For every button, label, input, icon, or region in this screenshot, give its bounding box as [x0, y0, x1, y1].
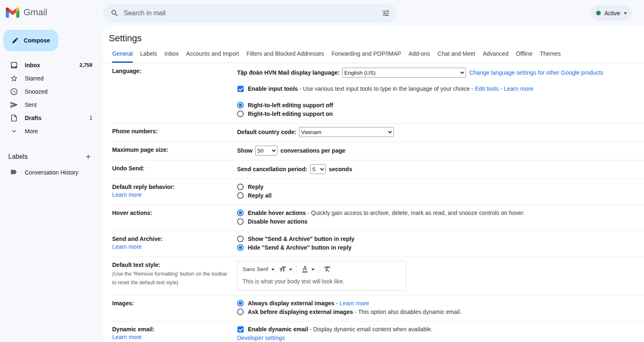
- reply-behavior-learn-more-link[interactable]: Learn more: [112, 191, 142, 198]
- tab-advanced[interactable]: Advanced: [483, 48, 508, 63]
- tab-offline[interactable]: Offline: [516, 48, 532, 63]
- row-undo-send: Undo Send: Send cancellation period: 5 s…: [112, 160, 644, 179]
- dash-separator: -: [499, 85, 504, 92]
- tab-general[interactable]: General: [112, 48, 133, 63]
- country-code-label: Default country code:: [237, 128, 296, 137]
- change-language-link[interactable]: Change language settings for other Googl…: [469, 68, 603, 77]
- text-color-dropdown[interactable]: [301, 265, 315, 273]
- dynamic-email-label: Dynamic email:: [112, 325, 232, 334]
- tab-forwarding-and-pop-imap[interactable]: Forwarding and POP/IMAP: [331, 48, 401, 63]
- tab-accounts-and-import[interactable]: Accounts and Import: [186, 48, 239, 63]
- search-icon[interactable]: [106, 5, 123, 21]
- sidebar-item-label: Inbox: [25, 62, 40, 68]
- settings-panel: Settings General Labels Inbox Accounts a…: [103, 26, 644, 342]
- show-send-archive-label: Show "Send & Archive" button in reply: [248, 235, 355, 243]
- reply-radio[interactable]: [237, 184, 244, 190]
- conversations-per-page-label: conversations per page: [280, 146, 345, 155]
- country-code-select[interactable]: Vietnam: [299, 127, 394, 137]
- search-input[interactable]: [123, 9, 378, 17]
- sidebar-item-inbox[interactable]: Inbox 2,759: [0, 59, 103, 72]
- text-size-icon: [279, 265, 287, 273]
- sidebar-label-conversation-history[interactable]: Conversation History: [0, 166, 103, 179]
- dynamic-email-learn-more-link[interactable]: Learn more: [112, 334, 142, 340]
- remove-formatting-button[interactable]: [323, 265, 331, 273]
- reply-option-label: Reply: [248, 183, 263, 191]
- tab-themes[interactable]: Themes: [540, 48, 561, 63]
- remove-formatting-icon: [323, 265, 331, 273]
- label-tag-icon: [10, 168, 18, 177]
- font-family-value: Sans Serif: [242, 266, 268, 272]
- max-page-size-label: Maximum page size:: [112, 146, 232, 154]
- body-text-preview: This is what your body text will look li…: [242, 278, 401, 285]
- images-learn-more-link[interactable]: Learn more: [340, 300, 369, 307]
- enable-hover-actions-radio[interactable]: [237, 210, 244, 216]
- enable-input-tools-checkbox[interactable]: [237, 86, 244, 92]
- sidebar-item-label: Starred: [25, 75, 44, 82]
- row-phone-numbers: Phone numbers: Default country code: Vie…: [112, 123, 644, 142]
- status-label: Active: [604, 10, 620, 17]
- disable-hover-actions-radio[interactable]: [237, 218, 244, 225]
- compose-label: Compose: [24, 37, 50, 44]
- chevron-down-icon: [624, 12, 627, 14]
- disable-hover-actions-label: Disable hover actions: [248, 217, 308, 226]
- sidebar-item-more[interactable]: More: [0, 125, 103, 138]
- sidebar-item-label: Conversation History: [25, 169, 78, 176]
- ask-before-displaying-images-radio[interactable]: [237, 309, 244, 315]
- tab-labels[interactable]: Labels: [140, 48, 157, 63]
- top-header: Gmail Active: [0, 0, 644, 26]
- font-family-dropdown[interactable]: Sans Serif: [242, 266, 275, 272]
- row-default-text-style: Default text style: (Use the 'Remove for…: [112, 257, 644, 295]
- create-label-plus-icon[interactable]: [83, 152, 93, 162]
- sidebar-item-sent[interactable]: Sent: [0, 98, 103, 111]
- row-dynamic-email: Dynamic email: Learn more Enable dynamic…: [112, 321, 644, 342]
- always-display-images-radio[interactable]: [237, 300, 244, 307]
- language-label: Language:: [112, 67, 232, 75]
- send-and-archive-learn-more-link[interactable]: Learn more: [112, 243, 142, 250]
- input-tools-learn-more-link[interactable]: Learn more: [504, 85, 534, 92]
- rtl-support-off-radio[interactable]: [237, 102, 244, 108]
- labels-section-header: Labels: [0, 150, 103, 163]
- inbox-count: 2,759: [80, 62, 92, 68]
- enable-dynamic-email-checkbox[interactable]: [237, 326, 244, 333]
- undo-send-label: Undo Send:: [112, 164, 232, 173]
- search-options-tune-icon[interactable]: [378, 5, 394, 21]
- default-text-style-note: (Use the 'Remove formatting' button on t…: [112, 270, 232, 287]
- sidebar-item-label: Sent: [25, 101, 37, 108]
- sidebar-item-label: Snoozed: [25, 88, 47, 95]
- ask-images-description: - This option also disables dynamic emai…: [353, 309, 461, 315]
- sidebar-item-drafts[interactable]: Drafts 1: [0, 111, 103, 125]
- send-and-archive-label: Send and Archive:: [112, 235, 232, 243]
- hide-send-archive-radio[interactable]: [237, 244, 244, 251]
- pencil-icon: [12, 37, 19, 44]
- enable-dynamic-email-label: Enable dynamic email: [248, 326, 308, 333]
- compose-button[interactable]: Compose: [3, 30, 58, 51]
- sidebar: Compose Inbox 2,759 Starred Snoozed: [0, 26, 103, 342]
- enable-hover-actions-label: Enable hover actions: [248, 210, 306, 216]
- sidebar-item-snoozed[interactable]: Snoozed: [0, 85, 103, 98]
- reply-all-option-label: Reply all: [248, 191, 272, 200]
- reply-all-radio[interactable]: [237, 192, 244, 199]
- edit-tools-link[interactable]: Edit tools: [475, 85, 499, 92]
- always-display-images-label: Always display external images: [248, 300, 334, 307]
- reply-behavior-label: Default reply behavior:: [112, 183, 232, 191]
- default-text-style-label: Default text style:: [112, 261, 232, 269]
- tab-add-ons[interactable]: Add-ons: [409, 48, 430, 63]
- display-language-select[interactable]: English (US): [342, 68, 466, 78]
- show-send-archive-radio[interactable]: [237, 236, 244, 242]
- tab-inbox[interactable]: Inbox: [165, 48, 179, 63]
- developer-settings-link[interactable]: Developer settings: [237, 334, 285, 342]
- sidebar-nav: Inbox 2,759 Starred Snoozed Sent Draft: [0, 59, 103, 138]
- sidebar-item-starred[interactable]: Starred: [0, 72, 103, 85]
- rtl-support-on-radio[interactable]: [237, 111, 244, 117]
- toolbar-divider: [319, 265, 319, 273]
- gmail-logo[interactable]: Gmail: [6, 7, 47, 18]
- status-chip[interactable]: Active: [590, 5, 632, 21]
- cancellation-period-select[interactable]: 5: [310, 164, 326, 174]
- page-size-select[interactable]: 50: [255, 146, 277, 156]
- tab-chat-and-meet[interactable]: Chat and Meet: [437, 48, 475, 63]
- row-maximum-page-size: Maximum page size: Show 50 conversations…: [112, 142, 644, 160]
- clock-icon: [10, 87, 18, 96]
- display-language-label: Tập đoàn HVN Mail display language:: [237, 68, 340, 77]
- font-size-dropdown[interactable]: [279, 265, 292, 273]
- tab-filters-and-blocked-addresses[interactable]: Filters and Blocked Addresses: [247, 48, 324, 63]
